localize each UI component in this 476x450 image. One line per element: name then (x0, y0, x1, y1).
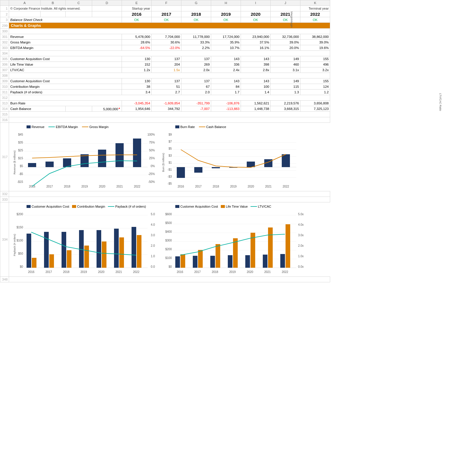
row-299-num: 299 (0, 23, 9, 29)
burn-e: -3,045,354 (122, 101, 151, 106)
row-310: 310 Contribution Margin 38 51 67 84 100 … (0, 84, 330, 90)
chart2-svg: $9 $7 $5 $3 $1 -$1 -$3 -$5 Burn ($ milli… (161, 130, 304, 188)
svg-rect-127 (198, 250, 203, 268)
ebitda-margin-k: 19.6% (300, 45, 330, 51)
revenue-g: 11,778,000 (181, 34, 211, 40)
svg-rect-84 (44, 232, 49, 268)
ltv-f: 204 (151, 62, 181, 67)
row-311: 311 Payback (# of orders) 3.4 2.7 2.0 1.… (0, 90, 330, 95)
svg-text:$100: $100 (17, 239, 23, 242)
svg-rect-134 (263, 255, 267, 268)
gross-margin-k: 39.0% (300, 40, 330, 45)
row-332: 332 (0, 191, 330, 197)
chart1-legend-ebitda: EBITDA Margin (48, 125, 78, 129)
svg-rect-135 (268, 227, 273, 268)
svg-text:5.0: 5.0 (151, 213, 155, 216)
payback-f: 2.7 (151, 90, 181, 95)
svg-rect-94 (132, 227, 136, 268)
svg-text:2017: 2017 (194, 270, 201, 274)
svg-text:0.0: 0.0 (151, 265, 155, 268)
revenue-f: 7,704,000 (151, 34, 181, 40)
gross-margin-j: 39.0% (270, 40, 300, 45)
burn-f: -1,609,854 (151, 101, 181, 106)
ok-e: OK (122, 17, 151, 23)
svg-rect-87 (67, 250, 71, 268)
row-302-num: 302 (0, 40, 9, 45)
payback-label: Payback (# of orders) (9, 90, 122, 95)
charts-row-2: 334 Customer Acquisition Cost Contributi… (0, 202, 330, 277)
chart1-legend-gross: Gross Margin (82, 125, 108, 129)
svg-rect-89 (84, 246, 89, 268)
col-header-c: C (65, 0, 92, 6)
svg-rect-86 (62, 232, 66, 268)
revenue-label: Revenue (9, 34, 122, 40)
col-header-i: I (241, 0, 270, 6)
ltv-h: 336 (211, 62, 241, 67)
row-1-num: 1 (0, 6, 9, 11)
cac-309-k: 155 (300, 78, 330, 84)
ltv-j: 460 (270, 62, 300, 67)
chart4-legend-ltvcac: LTV/CAC (251, 205, 271, 208)
payback-j: 1.3 (270, 90, 300, 95)
svg-text:2017: 2017 (46, 185, 53, 188)
chart3-cac-cm-payback: Customer Acquisition Cost Contribution M… (12, 205, 155, 274)
svg-text:2.0x: 2.0x (298, 244, 304, 247)
svg-text:2.0: 2.0 (151, 244, 155, 247)
svg-text:2016: 2016 (28, 270, 35, 274)
gross-margin-label: Gross Margin (9, 40, 122, 45)
revenue-h: 17,724,000 (211, 34, 241, 40)
svg-text:0.0x: 0.0x (298, 265, 304, 268)
cac-309-e: 130 (122, 78, 151, 84)
svg-text:3.0x: 3.0x (298, 234, 304, 237)
row1-g (181, 6, 211, 11)
row2-b (40, 11, 65, 17)
ltv-i: 398 (241, 62, 270, 67)
cac-309-h: 143 (211, 78, 241, 84)
svg-rect-53 (212, 167, 220, 168)
year-2021: 2021 (270, 11, 300, 17)
row-300: 300 (0, 29, 330, 34)
svg-text:$9: $9 (169, 133, 172, 136)
year-2022: 2022 (300, 11, 330, 17)
svg-text:$600: $600 (165, 213, 172, 216)
charts-graphs-header: Charts & Graphs (9, 23, 330, 29)
burn-k: 3,656,808 (300, 101, 330, 106)
col-header-row: A B C D E F G H I J K (0, 0, 330, 6)
svg-text:2018: 2018 (63, 270, 70, 274)
ebitda-margin-f: -22.0% (151, 45, 181, 51)
cm-i: 100 (241, 84, 270, 90)
svg-text:2018: 2018 (212, 270, 218, 274)
revenue-k: 38,862,000 (300, 34, 330, 40)
svg-text:$300: $300 (165, 239, 172, 242)
svg-rect-92 (114, 229, 119, 268)
cash-j: 3,668,315 (270, 106, 300, 112)
cash-i: 1,448,738 (241, 106, 270, 112)
row-307-num: 307 (0, 67, 9, 73)
svg-rect-85 (49, 254, 54, 268)
burn-h: -106,876 (211, 101, 241, 106)
cash-balance-label: Cash Balance (9, 106, 65, 112)
revenue-i: 23,940,000 (241, 34, 270, 40)
svg-text:$15: $15 (18, 157, 23, 160)
burn-i: 1,562,621 (241, 101, 270, 106)
svg-text:25%: 25% (149, 157, 155, 160)
ok-g: OK (181, 17, 211, 23)
svg-text:2019: 2019 (230, 185, 237, 188)
svg-text:$150: $150 (17, 226, 23, 229)
svg-text:-$3: -$3 (168, 175, 172, 178)
chart1-svg: $45 $35 $25 $15 $5 -$5 -$15 100% 75% 50%… (12, 130, 155, 188)
svg-text:75%: 75% (149, 141, 155, 144)
row-315: 315 (0, 112, 330, 117)
svg-text:-50%: -50% (148, 180, 155, 183)
chart1-legend-revenue: Revenue (27, 125, 44, 129)
cash-h: -113,883 (211, 106, 241, 112)
chart2-legend-burn: Burn Rate (175, 125, 195, 129)
row-306-num: 306 (0, 62, 9, 67)
svg-rect-90 (97, 230, 101, 268)
svg-text:2020: 2020 (99, 185, 106, 188)
gross-margin-f: 30.6% (151, 40, 181, 45)
svg-rect-91 (102, 241, 106, 268)
row-300-content (9, 29, 330, 34)
row-302: 302 Gross Margin 28.6% 30.6% 33.3% 35.9%… (0, 40, 330, 45)
cm-label: Contribution Margin (9, 84, 122, 90)
